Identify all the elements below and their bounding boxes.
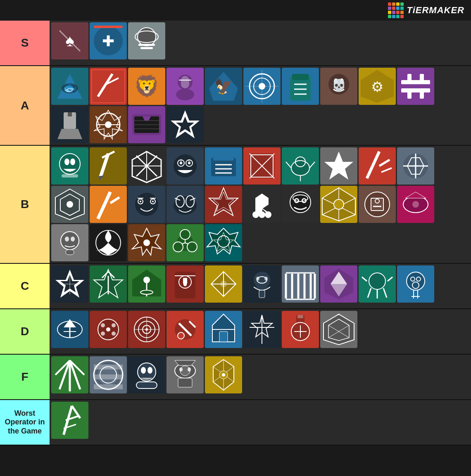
operator-icon-a12[interactable] xyxy=(90,106,127,143)
tier-label-d: D xyxy=(0,309,50,354)
svg-point-179 xyxy=(412,201,419,208)
svg-rect-52 xyxy=(401,80,430,84)
operator-icon-a3[interactable]: 🦁 xyxy=(128,68,165,105)
svg-rect-54 xyxy=(407,74,412,84)
operator-icon-c4[interactable] xyxy=(167,265,204,303)
operator-icon-b12[interactable] xyxy=(90,186,127,223)
header-bar: TiERMAKER xyxy=(0,0,471,21)
svg-point-215 xyxy=(143,277,150,283)
operator-icon-b16[interactable] xyxy=(243,186,281,223)
svg-point-256 xyxy=(407,272,425,290)
operator-icon-s3[interactable] xyxy=(128,22,165,59)
operator-icon-b14[interactable] xyxy=(167,186,204,223)
svg-point-327 xyxy=(179,367,183,372)
operator-icon-c2[interactable] xyxy=(90,265,127,303)
svg-rect-17 xyxy=(90,68,127,105)
operator-icon-b5[interactable] xyxy=(205,147,242,185)
operator-icon-d1[interactable] xyxy=(51,311,88,348)
svg-rect-53 xyxy=(401,88,430,92)
operator-icon-b10[interactable] xyxy=(397,147,434,185)
operator-icon-d3[interactable] xyxy=(128,311,165,348)
svg-rect-39 xyxy=(292,74,309,80)
svg-point-321 xyxy=(141,367,146,374)
operator-icon-a8[interactable]: 💀 xyxy=(320,68,357,105)
operator-icon-f2[interactable] xyxy=(90,356,127,393)
svg-text:⚙: ⚙ xyxy=(371,79,383,95)
svg-rect-57 xyxy=(420,90,424,99)
svg-rect-55 xyxy=(420,74,424,84)
operator-icon-d5[interactable] xyxy=(205,311,242,348)
operator-icon-b11[interactable] xyxy=(51,186,88,223)
operator-icon-a1[interactable]: 🐟 xyxy=(51,68,88,105)
svg-point-190 xyxy=(143,239,150,246)
operator-icon-b17[interactable] xyxy=(282,186,319,223)
operator-icon-a6[interactable] xyxy=(243,68,281,105)
operator-icon-c5[interactable] xyxy=(205,265,242,303)
operator-icon-c1[interactable] xyxy=(51,265,88,303)
operator-icon-a10[interactable] xyxy=(397,68,434,105)
operator-icon-a14[interactable] xyxy=(167,106,204,143)
operator-icon-b24[interactable] xyxy=(167,224,204,261)
operator-icon-b13[interactable] xyxy=(128,186,165,223)
operator-icon-b9[interactable] xyxy=(359,147,396,185)
svg-point-147 xyxy=(176,196,184,207)
operator-icon-b2[interactable] xyxy=(90,147,127,185)
operator-icon-d7[interactable] xyxy=(282,311,319,348)
operator-icon-b20[interactable] xyxy=(397,186,434,223)
operator-icon-b15[interactable] xyxy=(205,186,242,223)
operator-icon-d2[interactable] xyxy=(90,311,127,348)
operator-icon-d4[interactable] xyxy=(167,311,204,348)
operator-icon-b23[interactable] xyxy=(128,224,165,261)
operator-icon-b1[interactable] xyxy=(51,147,88,185)
operator-icon-b19[interactable] xyxy=(359,186,396,223)
svg-rect-134 xyxy=(90,186,127,223)
operator-icon-b3[interactable] xyxy=(128,147,165,185)
operator-icon-s2[interactable]: ✚ xyxy=(90,22,127,59)
svg-point-228 xyxy=(220,281,227,287)
svg-rect-56 xyxy=(407,90,412,99)
operator-icon-w1[interactable] xyxy=(51,402,88,439)
svg-text:🐟: 🐟 xyxy=(63,81,77,95)
operator-icon-d8[interactable] xyxy=(320,311,357,348)
tier-label-worst: Worst Operator in the Game xyxy=(0,400,50,445)
operator-icon-d6[interactable] xyxy=(243,311,281,348)
operator-icon-b8[interactable] xyxy=(320,147,357,185)
operator-icon-a5[interactable]: 🦅 xyxy=(205,68,242,105)
operator-icon-a9[interactable]: ⚙ xyxy=(359,68,396,105)
operator-icon-b6[interactable] xyxy=(243,147,281,185)
operator-icon-b4[interactable] xyxy=(167,147,204,185)
operator-icon-c6[interactable] xyxy=(243,265,281,303)
operator-icon-c8[interactable] xyxy=(320,265,357,303)
operator-icon-b18[interactable] xyxy=(320,186,357,223)
svg-point-79 xyxy=(64,159,69,165)
svg-point-222 xyxy=(183,283,187,286)
operator-icon-c9[interactable] xyxy=(359,265,396,303)
operator-icon-s1[interactable]: ♠ xyxy=(51,22,88,59)
operator-icon-a4[interactable] xyxy=(167,68,204,105)
logo-grid-icon xyxy=(388,2,404,18)
svg-point-322 xyxy=(147,367,152,374)
operator-icon-b7[interactable] xyxy=(282,147,319,185)
operator-icon-b22[interactable] xyxy=(90,224,127,261)
tier-row-f: F xyxy=(0,355,471,400)
operator-icon-f4[interactable] xyxy=(167,356,204,393)
svg-point-337 xyxy=(222,373,225,377)
operator-icon-c3[interactable] xyxy=(128,265,165,303)
operator-icon-f5[interactable] xyxy=(205,356,242,393)
svg-rect-298 xyxy=(297,315,303,318)
operator-icon-b21[interactable] xyxy=(51,224,88,261)
operator-icon-a2[interactable] xyxy=(90,68,127,105)
operator-icon-c7[interactable] xyxy=(282,265,319,303)
operator-icon-f3[interactable] xyxy=(128,356,165,393)
svg-point-286 xyxy=(178,332,184,339)
operator-icon-a13[interactable] xyxy=(128,106,165,143)
operator-icon-a7[interactable] xyxy=(282,68,319,105)
svg-rect-51 xyxy=(397,68,434,105)
operator-icon-b25[interactable] xyxy=(205,224,242,261)
svg-point-9 xyxy=(138,28,156,46)
operator-icon-a11[interactable] xyxy=(51,106,88,143)
svg-rect-81 xyxy=(62,174,78,178)
tier-content-b xyxy=(50,146,471,263)
operator-icon-f1[interactable] xyxy=(51,356,88,393)
operator-icon-c10[interactable] xyxy=(397,265,434,303)
